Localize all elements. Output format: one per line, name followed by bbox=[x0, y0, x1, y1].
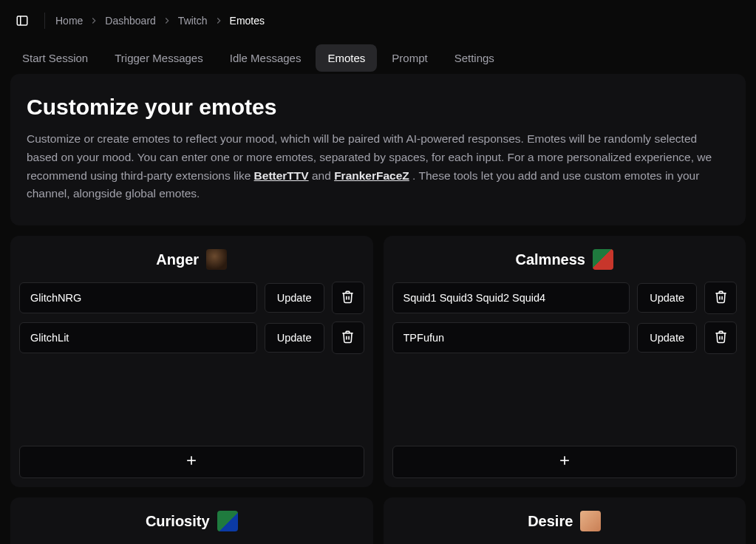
emote-card-anger: AngerUpdateUpdate bbox=[10, 236, 373, 487]
tab-prompt[interactable]: Prompt bbox=[380, 44, 439, 72]
tab-idle-messages[interactable]: Idle Messages bbox=[218, 44, 313, 72]
plus-icon bbox=[184, 453, 199, 471]
emote-cards-grid: AngerUpdateUpdateCalmnessUpdateUpdateCur… bbox=[10, 236, 746, 544]
mood-emote-icon bbox=[217, 511, 238, 531]
hero-panel: Customize your emotes Customize or creat… bbox=[10, 74, 746, 225]
update-button[interactable]: Update bbox=[265, 283, 324, 313]
tab-settings[interactable]: Settings bbox=[443, 44, 506, 72]
emote-row: Update bbox=[19, 322, 364, 354]
add-emote-button[interactable] bbox=[392, 446, 738, 478]
card-title: Anger bbox=[156, 251, 199, 268]
breadcrumb-dashboard[interactable]: Dashboard bbox=[105, 15, 156, 27]
delete-button[interactable] bbox=[704, 322, 737, 354]
breadcrumb-home[interactable]: Home bbox=[55, 15, 83, 27]
emote-input[interactable] bbox=[19, 282, 257, 313]
emote-card-curiosity: Curiosity bbox=[10, 497, 373, 544]
emote-rows: UpdateUpdate bbox=[19, 282, 364, 438]
emote-input[interactable] bbox=[19, 322, 257, 353]
emote-row: Update bbox=[392, 322, 738, 354]
card-header: Calmness bbox=[392, 249, 738, 270]
page-title: Customize your emotes bbox=[27, 95, 729, 120]
trash-icon bbox=[341, 330, 355, 346]
top-bar: HomeDashboardTwitchEmotes bbox=[0, 0, 756, 41]
update-button[interactable]: Update bbox=[637, 323, 697, 353]
vertical-separator bbox=[44, 13, 45, 29]
trash-icon bbox=[714, 290, 728, 306]
card-header: Curiosity bbox=[19, 511, 364, 531]
trash-icon bbox=[341, 290, 355, 306]
breadcrumb: HomeDashboardTwitchEmotes bbox=[55, 15, 265, 27]
plus-icon bbox=[557, 453, 572, 471]
trash-icon bbox=[714, 330, 728, 346]
emote-card-desire: Desire bbox=[384, 497, 746, 544]
breadcrumb-twitch[interactable]: Twitch bbox=[178, 15, 208, 27]
emote-input[interactable] bbox=[392, 322, 630, 353]
delete-button[interactable] bbox=[332, 322, 364, 354]
card-title: Calmness bbox=[516, 251, 586, 268]
chevron-right-icon bbox=[89, 16, 99, 26]
desc-text: and bbox=[309, 169, 334, 182]
card-title: Desire bbox=[528, 513, 573, 530]
add-emote-button[interactable] bbox=[19, 446, 364, 478]
delete-button[interactable] bbox=[704, 282, 737, 314]
main-scroll-area[interactable]: Customize your emotes Customize or creat… bbox=[0, 74, 756, 544]
breadcrumb-emotes[interactable]: Emotes bbox=[230, 15, 265, 27]
mood-emote-icon bbox=[206, 249, 227, 270]
page-description: Customize or create emotes to reflect yo… bbox=[27, 130, 729, 203]
frankerfacez-link[interactable]: FrankerFaceZ bbox=[334, 169, 409, 182]
sidebar-toggle-button[interactable] bbox=[10, 9, 34, 33]
update-button[interactable]: Update bbox=[265, 323, 324, 353]
card-header: Anger bbox=[19, 249, 364, 270]
emote-row: Update bbox=[19, 282, 364, 314]
emote-rows: UpdateUpdate bbox=[392, 282, 738, 438]
mood-emote-icon bbox=[593, 249, 613, 270]
chevron-right-icon bbox=[162, 16, 172, 26]
tab-emotes[interactable]: Emotes bbox=[316, 44, 377, 72]
emote-row: Update bbox=[392, 282, 738, 314]
delete-button[interactable] bbox=[332, 282, 364, 314]
card-header: Desire bbox=[392, 511, 738, 531]
update-button[interactable]: Update bbox=[637, 283, 697, 313]
mood-emote-icon bbox=[580, 511, 601, 531]
chevron-right-icon bbox=[214, 16, 224, 26]
card-title: Curiosity bbox=[146, 513, 210, 530]
sidebar-icon bbox=[16, 14, 29, 27]
betterttv-link[interactable]: BetterTTV bbox=[254, 169, 309, 182]
emote-card-calmness: CalmnessUpdateUpdate bbox=[384, 236, 746, 487]
svg-rect-0 bbox=[17, 16, 27, 25]
emote-input[interactable] bbox=[392, 282, 630, 313]
tab-start-session[interactable]: Start Session bbox=[10, 44, 100, 72]
tab-trigger-messages[interactable]: Trigger Messages bbox=[103, 44, 215, 72]
